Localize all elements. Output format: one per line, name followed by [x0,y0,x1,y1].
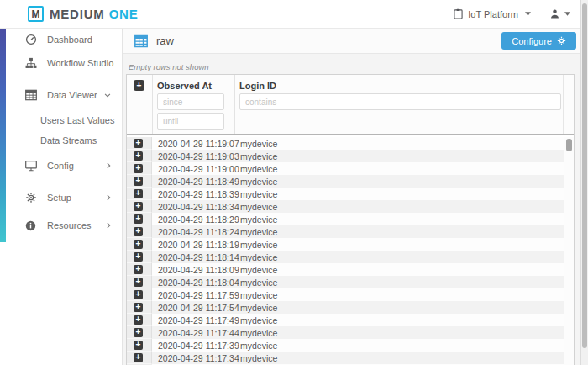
expand-row-button[interactable] [134,290,143,299]
login-id-cell: mydevice [234,202,564,212]
table-row: 2020-04-29 11:18:19 mydevice [127,238,564,251]
workflow-icon [24,57,38,69]
login-id-cell: mydevice [234,303,564,313]
expand-row-button[interactable] [134,341,143,350]
observed-at-cell: 2020-04-29 11:18:09 [152,263,234,276]
expand-row-button[interactable] [134,164,143,173]
row-expand-cell [127,213,152,225]
observed-at-cell: 2020-04-29 11:18:34 [152,200,234,213]
sidebar-item-setup[interactable]: Setup [0,189,122,206]
login-id-cell: mydevice [234,278,564,288]
brand-mark-letter: M [32,9,40,19]
table-row: 2020-04-29 11:18:49 mydevice [127,175,564,188]
sidebar-item-data-viewer[interactable]: Data Viewer [0,87,122,103]
observed-at-cell: 2020-04-29 11:18:24 [152,225,234,238]
login-id-cell: mydevice [234,214,564,225]
empty-rows-note: Empty rows not shown [123,54,580,71]
table-icon [24,89,38,101]
expand-row-button[interactable] [134,278,143,287]
expand-row-button[interactable] [134,303,143,312]
page-scrollbar-thumb[interactable] [582,3,587,348]
platform-menu[interactable]: IoT Platform [454,8,531,19]
chevron-right-icon [107,222,111,229]
expand-row-button[interactable] [134,189,143,198]
expand-row-button[interactable] [134,353,143,362]
table-row: 2020-04-29 11:18:34 mydevice [127,200,564,213]
table-row: 2020-04-29 11:19:03 mydevice [127,150,564,162]
login-id-cell: mydevice [234,341,564,351]
row-expand-cell [127,326,152,339]
sidebar-item-config[interactable]: Config [0,157,122,174]
expand-row-button[interactable] [134,315,143,325]
expand-row-button[interactable] [134,139,143,148]
row-expand-cell [127,314,152,326]
table-row: 2020-04-29 11:18:04 mydevice [127,276,564,288]
brand-mark-icon: M [28,6,44,22]
table-row: 2020-04-29 11:18:14 mydevice [127,251,564,263]
until-filter-input[interactable] [157,113,224,130]
sidebar-item-label: Resources [47,220,92,230]
login-id-cell: mydevice [234,252,564,262]
sidebar-item-label: Users Last Values [40,115,114,125]
configure-button[interactable]: Configure [501,32,576,50]
caret-down-icon [525,12,531,16]
expand-row-button[interactable] [134,240,143,249]
login-id-cell: mydevice [234,189,564,199]
sidebar-item-label: Config [47,161,74,171]
main-content: raw Configure Empty rows not shown Obser… [123,29,580,365]
table-scrollbar[interactable] [564,137,574,365]
info-icon [24,220,38,231]
table-row: 2020-04-29 11:19:00 mydevice [127,162,564,175]
user-menu[interactable] [549,8,570,19]
table-scrollbar-thumb[interactable] [566,139,572,151]
sidebar-item-dashboard[interactable]: Dashboard [0,31,122,48]
row-expand-cell [127,162,152,175]
login-id-cell: mydevice [234,177,564,187]
expand-row-button[interactable] [134,177,143,186]
column-header-login-id[interactable]: Login ID [239,81,276,91]
monitor-icon [24,160,38,172]
sidebar-item-data-streams[interactable]: Data Streams [0,132,122,149]
observed-at-cell: 2020-04-29 11:19:00 [152,162,234,175]
login-id-cell: mydevice [234,265,564,275]
table-row: 2020-04-29 11:17:39 mydevice [127,339,564,352]
table-row: 2020-04-29 11:18:39 mydevice [127,188,564,200]
row-expand-cell [127,251,152,263]
row-expand-cell [127,175,152,188]
page-scrollbar[interactable] [580,0,588,365]
observed-at-cell: 2020-04-29 11:18:04 [152,276,234,288]
expand-row-button[interactable] [134,151,143,161]
since-filter-input[interactable] [157,93,224,110]
user-icon [549,8,560,19]
chevron-right-icon [107,162,111,169]
page-title: raw [156,34,174,47]
contains-filter-input[interactable] [239,93,561,110]
table-row: 2020-04-29 11:17:34 mydevice [127,352,564,364]
expand-row-button[interactable] [134,328,143,337]
sidebar-item-workflow-studio[interactable]: Workflow Studio [0,55,122,71]
expand-row-button[interactable] [134,265,143,274]
panel-header: raw Configure [123,29,580,54]
app-window: M MEDIUM ONE IoT Platform [0,0,588,365]
table-icon [134,34,148,48]
sidebar: Dashboard Workflow Studio Data Viewer Us… [0,29,123,365]
expand-row-button[interactable] [134,202,143,211]
column-header-observed-at[interactable]: Observed At [157,81,212,91]
brand-logo[interactable]: M MEDIUM ONE [0,6,139,22]
table-row: 2020-04-29 11:18:09 mydevice [127,263,564,276]
expand-row-button[interactable] [134,227,143,236]
observed-at-cell: 2020-04-29 11:18:19 [152,238,234,251]
expand-row-button[interactable] [134,252,143,262]
table-row: 2020-04-29 11:17:49 mydevice [127,314,564,326]
expand-row-button[interactable] [134,214,143,224]
platform-label: IoT Platform [468,9,518,19]
login-id-cell: mydevice [234,328,564,338]
observed-at-cell: 2020-04-29 11:17:39 [152,339,234,352]
sidebar-item-label: Dashboard [47,34,92,45]
expand-all-button[interactable] [134,80,144,91]
sidebar-item-users-last-values[interactable]: Users Last Values [0,112,122,129]
login-id-cell: mydevice [234,164,564,174]
column-divider [152,75,153,134]
observed-at-cell: 2020-04-29 11:17:54 [152,301,234,314]
sidebar-item-resources[interactable]: Resources [0,217,122,234]
